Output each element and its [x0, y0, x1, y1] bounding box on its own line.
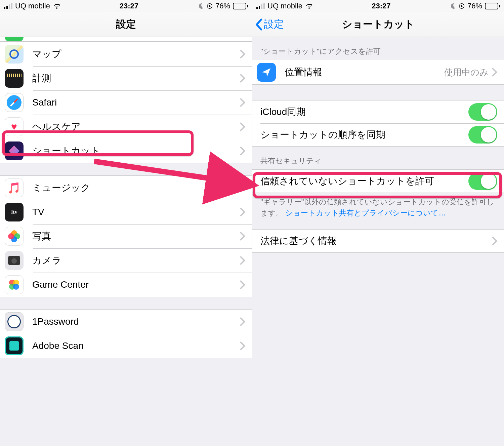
shortcuts-icon	[5, 141, 24, 160]
chevron-right-icon	[240, 341, 245, 351]
nav-header: 設定 ショートカット	[252, 12, 504, 37]
settings-row-shortcuts[interactable]: ショートカット	[0, 139, 252, 163]
row-label: iCloud同期	[260, 106, 468, 118]
health-icon: ♥	[5, 117, 24, 136]
row-label: ミュージック	[32, 181, 240, 194]
row-label: マップ	[32, 48, 240, 60]
measure-icon	[5, 69, 24, 88]
battery-icon	[233, 3, 248, 9]
tv-icon: tv	[5, 203, 24, 221]
wifi-icon	[53, 3, 61, 9]
settings-row-measure[interactable]: 計測	[0, 66, 252, 90]
cellular-signal-icon	[256, 3, 265, 9]
photos-icon	[5, 227, 24, 246]
music-icon	[5, 178, 24, 197]
battery-percentage: 76%	[467, 2, 482, 10]
row-label: ヘルスケア	[32, 120, 240, 133]
row-icloud-sync[interactable]: iCloud同期	[252, 100, 504, 123]
settings-root-screen: UQ mobile 23:27 76% 設定 マップ	[0, 0, 252, 446]
settings-row-safari[interactable]: Safari	[0, 90, 252, 115]
battery-icon	[485, 3, 500, 9]
settings-row-adobescan[interactable]: Adobe Scan	[0, 334, 252, 358]
row-label: Adobe Scan	[32, 340, 240, 351]
row-label: 1Password	[32, 316, 240, 327]
row-order-sync[interactable]: ショートカットの順序を同期	[252, 123, 504, 146]
chevron-right-icon	[240, 232, 245, 241]
chevron-right-icon	[492, 68, 497, 77]
row-label: Game Center	[32, 279, 240, 290]
page-title: 設定	[116, 17, 136, 31]
row-label: 計測	[32, 72, 240, 85]
back-button[interactable]: 設定	[255, 12, 284, 37]
toggle-order-sync[interactable]	[468, 126, 497, 144]
settings-row-health[interactable]: ♥ ヘルスケア	[0, 115, 252, 139]
settings-row-photos[interactable]: 写真	[0, 224, 252, 248]
row-label: 位置情報	[285, 66, 444, 79]
settings-row-1password[interactable]: 1Password	[0, 310, 252, 334]
prev-row-sliver-icon	[5, 37, 24, 41]
chevron-right-icon	[240, 49, 245, 59]
svg-point-4	[8, 233, 14, 239]
nav-header: 設定	[0, 12, 252, 37]
location-icon	[257, 63, 276, 82]
chevron-right-icon	[240, 146, 245, 156]
settings-row-gamecenter[interactable]: Game Center	[0, 273, 252, 297]
chevron-right-icon	[240, 317, 245, 326]
carrier-label: UQ mobile	[15, 2, 50, 10]
toggle-allow-untrusted[interactable]	[468, 172, 497, 190]
clock-label: 23:27	[120, 2, 138, 10]
row-legal[interactable]: 法律に基づく情報	[252, 230, 504, 252]
chevron-right-icon	[240, 74, 245, 83]
do-not-disturb-icon	[449, 3, 456, 9]
footer-link-privacy[interactable]: ショートカット共有とプライバシーについて…	[285, 209, 446, 217]
row-label: ショートカット	[32, 145, 240, 157]
chevron-right-icon	[240, 98, 245, 107]
row-detail: 使用中のみ	[444, 67, 489, 78]
chevron-left-icon	[255, 18, 262, 31]
status-bar: UQ mobile 23:27 76%	[252, 0, 504, 12]
row-label: Safari	[32, 97, 240, 108]
svg-point-8	[13, 284, 19, 290]
safari-icon	[5, 93, 24, 112]
page-title: ショートカット	[342, 17, 415, 31]
row-label: 法律に基づく情報	[260, 235, 492, 247]
battery-percentage: 76%	[215, 2, 230, 10]
orientation-lock-icon	[207, 3, 213, 9]
do-not-disturb-icon	[197, 3, 204, 9]
settings-row-tv[interactable]: tv TV	[0, 200, 252, 224]
orientation-lock-icon	[459, 3, 465, 9]
row-label: 写真	[32, 230, 240, 243]
row-location[interactable]: 位置情報 使用中のみ	[252, 60, 504, 84]
chevron-right-icon	[240, 256, 245, 265]
chevron-right-icon	[240, 207, 245, 217]
chevron-right-icon	[240, 183, 245, 193]
row-label: カメラ	[32, 254, 240, 267]
shortcuts-settings-screen: UQ mobile 23:27 76% 設定 ショートカット "ショートカット"…	[252, 0, 504, 446]
settings-row-camera[interactable]: カメラ	[0, 248, 252, 273]
wifi-icon	[305, 3, 313, 9]
settings-row-maps[interactable]: マップ	[0, 42, 252, 66]
row-label: TV	[32, 207, 240, 217]
chevron-right-icon	[240, 122, 245, 131]
carrier-label: UQ mobile	[267, 2, 302, 10]
adobescan-icon	[5, 336, 24, 355]
settings-row-music[interactable]: ミュージック	[0, 176, 252, 200]
section-footer-security: "ギャラリー"以外の信頼されていないショートカットの受信を許可します。 ショート…	[252, 193, 504, 219]
maps-icon	[5, 45, 24, 64]
back-label: 設定	[264, 17, 284, 31]
row-label: ショートカットの順序を同期	[260, 128, 468, 141]
status-bar: UQ mobile 23:27 76%	[0, 0, 252, 12]
camera-icon	[5, 251, 24, 270]
chevron-right-icon	[240, 280, 245, 289]
gamecenter-icon	[5, 275, 24, 294]
clock-label: 23:27	[372, 2, 390, 10]
row-allow-untrusted[interactable]: 信頼されていないショートカットを許可	[252, 170, 504, 193]
section-header-access: "ショートカット"にアクセスを許可	[252, 37, 504, 60]
row-label: 信頼されていないショートカットを許可	[260, 175, 468, 188]
cellular-signal-icon	[4, 3, 12, 9]
chevron-right-icon	[492, 236, 497, 246]
section-header-security: 共有セキュリティ	[252, 147, 504, 169]
toggle-icloud-sync[interactable]	[468, 103, 497, 121]
1password-icon	[5, 312, 24, 331]
